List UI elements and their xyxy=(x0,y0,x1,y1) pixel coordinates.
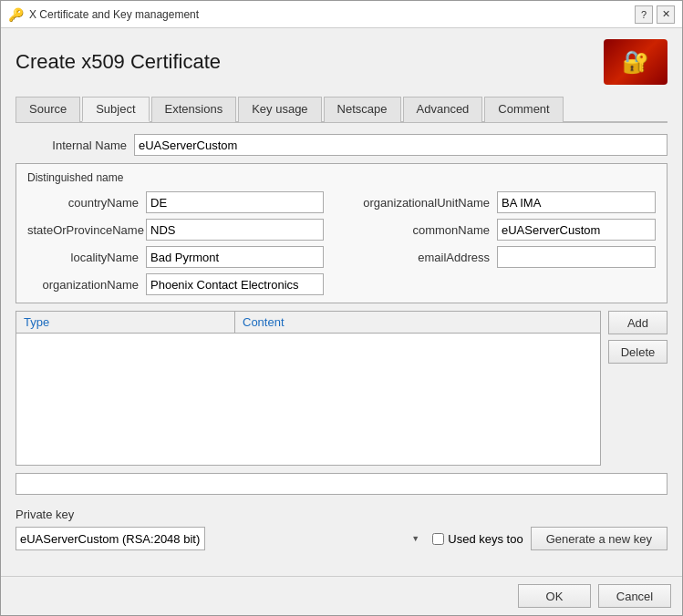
tab-subject[interactable]: Subject xyxy=(82,97,149,122)
locality-input[interactable] xyxy=(146,246,324,268)
tab-source[interactable]: Source xyxy=(16,97,80,122)
help-button[interactable]: ? xyxy=(635,5,653,24)
cancel-button[interactable]: Cancel xyxy=(598,584,671,608)
country-name-input[interactable] xyxy=(146,191,324,213)
used-keys-checkbox[interactable] xyxy=(432,533,444,545)
type-header: Type xyxy=(16,312,235,333)
private-key-label: Private key xyxy=(16,508,667,521)
private-key-select[interactable]: eUAServerCustom (RSA:2048 bit) xyxy=(16,527,205,550)
org-unit-input[interactable] xyxy=(497,191,656,213)
main-dialog: 🔑 X Certificate and Key management ? ✕ C… xyxy=(0,0,683,616)
dialog-title-text: Create x509 Certificate xyxy=(16,50,221,74)
org-name-label: organizationName xyxy=(27,278,146,292)
private-key-row: eUAServerCustom (RSA:2048 bit) Used keys… xyxy=(16,527,667,550)
table-area-wrapper: Type Content Add Delete xyxy=(16,311,667,466)
tab-bar: Source Subject Extensions Key usage Nets… xyxy=(16,96,667,123)
ok-button[interactable]: OK xyxy=(518,584,591,608)
tab-extensions[interactable]: Extensions xyxy=(151,97,237,122)
used-keys-text: Used keys too xyxy=(448,532,523,546)
title-bar-text: X Certificate and Key management xyxy=(29,8,199,21)
generate-key-button[interactable]: Generate a new key xyxy=(531,527,667,550)
private-key-select-wrapper: eUAServerCustom (RSA:2048 bit) xyxy=(16,527,425,550)
title-bar-left: 🔑 X Certificate and Key management xyxy=(8,7,199,22)
logo-area xyxy=(604,39,667,85)
content-header: Content xyxy=(235,312,600,333)
close-button[interactable]: ✕ xyxy=(657,5,675,24)
dialog-title-row: Create x509 Certificate xyxy=(16,39,667,85)
distinguished-name-title: Distinguished name xyxy=(27,171,656,184)
dn-grid: countryName organizationalUnitName state… xyxy=(27,191,656,295)
title-bar-controls: ? ✕ xyxy=(635,5,675,24)
org-unit-label: organizationalUnitName xyxy=(351,196,497,210)
type-content-table: Type Content xyxy=(16,311,601,466)
common-name-label: commonName xyxy=(351,223,497,237)
locality-label: localityName xyxy=(27,251,146,264)
table-buttons: Add Delete xyxy=(608,311,667,466)
internal-name-label: Internal Name xyxy=(16,139,134,152)
distinguished-name-box: Distinguished name countryName organizat… xyxy=(16,163,667,303)
form-section: Internal Name Distinguished name country… xyxy=(16,134,667,565)
dialog-content: Create x509 Certificate Source Subject E… xyxy=(1,28,682,576)
delete-button[interactable]: Delete xyxy=(608,340,667,364)
email-input[interactable] xyxy=(497,246,656,268)
add-button[interactable]: Add xyxy=(608,311,667,334)
text-input-row xyxy=(16,473,667,495)
tab-netscape[interactable]: Netscape xyxy=(324,97,401,122)
internal-name-input[interactable] xyxy=(134,134,667,156)
app-icon: 🔑 xyxy=(8,7,24,22)
tab-comment[interactable]: Comment xyxy=(484,97,563,122)
table-body xyxy=(16,334,600,461)
org-name-input[interactable] xyxy=(146,273,324,295)
tab-advanced[interactable]: Advanced xyxy=(403,97,483,122)
table-header: Type Content xyxy=(16,312,600,334)
dialog-footer: OK Cancel xyxy=(1,576,682,615)
state-label: stateOrProvinceName xyxy=(27,223,146,237)
used-keys-label[interactable]: Used keys too xyxy=(432,532,523,546)
title-bar: 🔑 X Certificate and Key management ? ✕ xyxy=(1,1,682,28)
tab-key-usage[interactable]: Key usage xyxy=(238,97,321,122)
email-label: emailAddress xyxy=(351,251,497,264)
country-name-label: countryName xyxy=(27,196,146,210)
internal-name-row: Internal Name xyxy=(16,134,667,156)
common-name-input[interactable] xyxy=(497,219,656,241)
extra-text-input[interactable] xyxy=(16,473,667,495)
private-key-section: Private key eUAServerCustom (RSA:2048 bi… xyxy=(16,508,667,550)
state-input[interactable] xyxy=(146,219,324,241)
